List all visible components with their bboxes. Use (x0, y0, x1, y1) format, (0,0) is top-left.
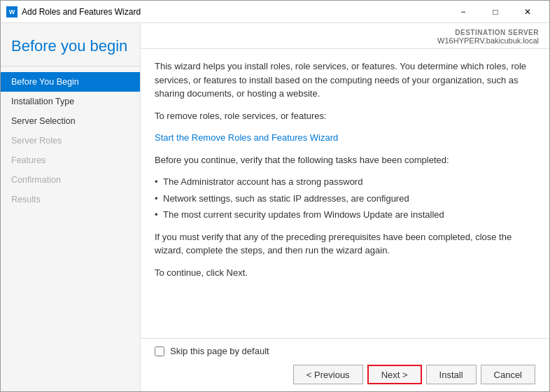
skip-page-label[interactable]: Skip this page by default (170, 346, 269, 356)
bullet-item-2: Network settings, such as static IP addr… (155, 192, 535, 206)
left-panel-header: Before you begin (1, 23, 140, 66)
prerequisites-list: The Administrator account has a strong p… (155, 175, 535, 222)
app-icon: W (6, 6, 17, 18)
right-panel: DESTINATION SERVER W16HYPERV.bakicubuk.l… (141, 23, 549, 391)
nav-item-confirmation: Confirmation (1, 170, 140, 190)
nav-item-server-selection[interactable]: Server Selection (1, 111, 140, 131)
window-controls: − □ ✕ (447, 1, 544, 23)
destination-server-label: DESTINATION SERVER (151, 29, 539, 36)
button-row: < Previous Next > Install Cancel (155, 365, 535, 384)
left-panel: Before you begin Before You Begin Instal… (1, 23, 141, 391)
intro-paragraph: This wizard helps you install roles, rol… (155, 59, 535, 101)
remove-roles-link[interactable]: Start the Remove Roles and Features Wiza… (155, 132, 338, 143)
footer-area: Skip this page by default < Previous Nex… (141, 338, 549, 391)
install-button[interactable]: Install (426, 365, 477, 384)
minimize-button[interactable]: − (447, 1, 479, 23)
nav-item-results: Results (1, 190, 140, 209)
next-button[interactable]: Next > (367, 365, 422, 384)
nav-item-installation-type[interactable]: Installation Type (1, 92, 140, 111)
bullet-item-3: The most current security updates from W… (155, 208, 535, 222)
destination-server-name: W16HYPERV.bakicubuk.local (151, 36, 539, 45)
content-area: Before you begin Before You Begin Instal… (1, 23, 549, 391)
bullet-item-1: The Administrator account has a strong p… (155, 175, 535, 189)
close-button[interactable]: ✕ (512, 1, 544, 23)
previous-button[interactable]: < Previous (293, 365, 363, 384)
remove-roles-prefix: To remove roles, role services, or featu… (155, 109, 535, 123)
nav-list: Before You Begin Installation Type Serve… (1, 66, 140, 215)
destination-server-area: DESTINATION SERVER W16HYPERV.bakicubuk.l… (141, 23, 549, 49)
window-title: Add Roles and Features Wizard (22, 7, 447, 17)
nav-item-features: Features (1, 150, 140, 170)
skip-page-checkbox[interactable] (155, 346, 164, 356)
continue-paragraph: To continue, click Next. (155, 266, 535, 280)
verify-close-paragraph: If you must verify that any of the prece… (155, 230, 535, 258)
cancel-button[interactable]: Cancel (481, 365, 535, 384)
main-window: W Add Roles and Features Wizard − □ ✕ Be… (0, 0, 550, 392)
verify-paragraph: Before you continue, verify that the fol… (155, 153, 535, 167)
main-content-area: This wizard helps you install roles, rol… (141, 49, 549, 338)
nav-item-before-you-begin[interactable]: Before You Begin (1, 72, 140, 92)
skip-page-row: Skip this page by default (155, 346, 535, 356)
maximize-button[interactable]: □ (479, 1, 512, 23)
title-bar: W Add Roles and Features Wizard − □ ✕ (1, 1, 549, 23)
nav-item-server-roles: Server Roles (1, 131, 140, 150)
